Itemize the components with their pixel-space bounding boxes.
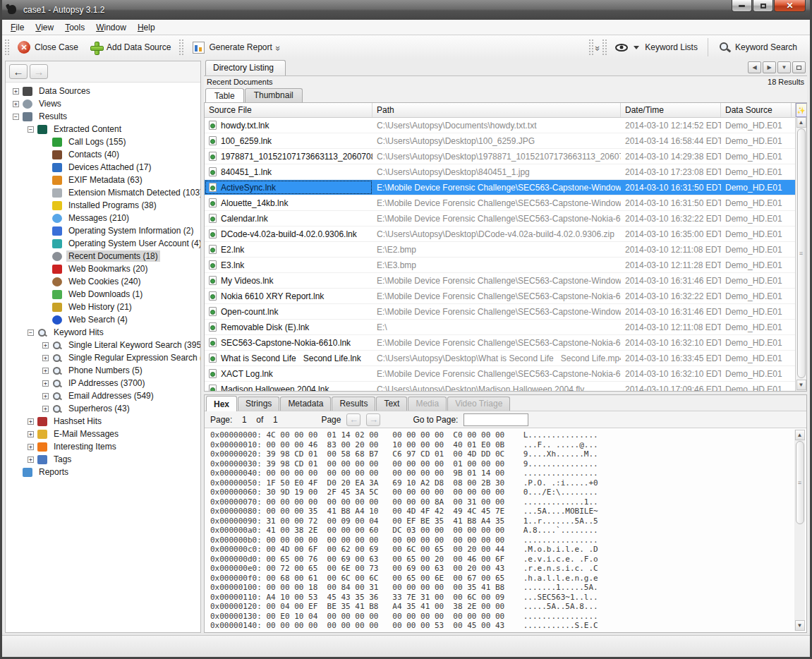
tree-item-data-sources[interactable]: +Data Sources (6, 85, 200, 97)
cell-datetime[interactable]: 2014-03-10 14:29:38 EDT (621, 149, 721, 164)
keyword-lists-button[interactable]: Keyword Lists (610, 38, 703, 56)
table-row[interactable]: My Videos.lnkE:\Mobile Device Forensic C… (205, 273, 806, 289)
tree-item-web-cookies[interactable]: Web Cookies (240) (6, 275, 200, 288)
cell-data-source[interactable]: Demo_HD.E01 (721, 149, 792, 164)
tree-item-web-search[interactable]: Web Search (4) (6, 313, 200, 326)
cell-datetime[interactable]: 2014-03-10 16:31:46 EDT (621, 273, 721, 288)
table-row[interactable]: Madison Halloween 2004.lnkC:\Users\Autop… (205, 382, 806, 391)
table-row[interactable]: Nokia 6610 XRY Report.lnkE:\Mobile Devic… (205, 289, 806, 304)
tree-item-hashset-hits[interactable]: +Hashset Hits (6, 415, 200, 428)
tree-item-views[interactable]: +Views (6, 97, 200, 110)
tree-item-keyword-hits[interactable]: −Keyword Hits (6, 326, 200, 339)
table-row[interactable]: E2.lnkE:\E2.bmp2014-03-10 12:11:08 EDTDe… (205, 242, 806, 258)
cell-path[interactable]: C:\Users\Autopsy\Documents\howdy.txt.txt (372, 118, 621, 133)
cell-datetime[interactable]: 2014-03-10 16:31:46 EDT (621, 304, 721, 319)
menu-view[interactable]: View (30, 21, 59, 34)
expand-icon[interactable]: + (42, 355, 49, 361)
expand-icon[interactable]: + (13, 88, 19, 95)
page-prev-icon[interactable]: ← (346, 413, 360, 426)
collapse-icon[interactable]: − (28, 126, 34, 133)
close-button[interactable]: ✕ (774, 0, 806, 12)
cell-path[interactable]: E:\Mobile Device Forensic Challenge\SEC5… (372, 335, 621, 350)
add-data-source-button[interactable]: Add Data Source (84, 38, 176, 56)
hex-scroll-thumb[interactable] (796, 441, 804, 524)
expand-icon[interactable]: + (42, 342, 49, 349)
table-row[interactable]: E3.lnkE:\E3.bmp2014-03-10 12:11:28 EDTDe… (205, 258, 806, 273)
cell-path[interactable]: C:\Users\Autopsy\Desktop\1978871_1015210… (372, 149, 621, 164)
table-row[interactable]: 100_6259.lnkC:\Users\Autopsy\Desktop\100… (205, 133, 806, 149)
cell-source-file[interactable]: Alouette_14kb.lnk (205, 195, 372, 210)
table-row[interactable]: SEC563-Capstone-Nokia-6610.lnkE:\Mobile … (205, 335, 806, 351)
cell-data-source[interactable]: Demo_HD.E01 (721, 289, 792, 303)
cell-source-file[interactable]: Removable Disk (E).lnk (205, 320, 372, 334)
table-row[interactable]: Removable Disk (E).lnkE:\2014-03-10 12:1… (205, 320, 806, 335)
tab-thumbnail[interactable]: Thumbnail (245, 88, 303, 102)
table-row[interactable]: XACT Log.lnkE:\Mobile Device Forensic Ch… (205, 366, 806, 382)
cell-data-source[interactable]: Demo_HD.E01 (721, 351, 792, 365)
page-next-icon[interactable]: → (366, 413, 380, 426)
cell-datetime[interactable]: 2014-03-10 12:14:52 EDT (621, 118, 721, 133)
cell-datetime[interactable]: 2014-03-14 16:58:44 EDT (621, 133, 721, 148)
hex-scroll-up-icon[interactable]: ▲ (795, 430, 805, 440)
cell-path[interactable]: E:\Mobile Device Forensic Challenge\SEC5… (372, 180, 621, 195)
toolbar-grip-3[interactable] (602, 40, 607, 55)
cell-data-source[interactable]: Demo_HD.E01 (721, 164, 792, 179)
cell-path[interactable]: C:\Users\Autopsy\Desktop\840451_1.jpg (372, 164, 621, 179)
cell-data-source[interactable]: Demo_HD.E01 (721, 258, 792, 272)
tab-results[interactable]: Results (332, 397, 375, 411)
table-row[interactable]: ActiveSync.lnkE:\Mobile Device Forensic … (205, 180, 806, 195)
cell-data-source[interactable]: Demo_HD.E01 (721, 133, 792, 148)
cell-datetime[interactable]: 2014-03-10 12:11:08 EDT (621, 320, 721, 334)
tree-item-extension-mismatch-detected[interactable]: Extension Mismatch Detected (103) (6, 186, 200, 199)
hex-scrollbar[interactable]: ▲ ▼ (794, 430, 805, 631)
column-header-data-source[interactable]: Data Source (721, 103, 792, 117)
menu-file[interactable]: File (5, 21, 30, 34)
table-scroll-down-icon[interactable]: ▼ (796, 380, 806, 390)
cell-datetime[interactable]: 2014-03-10 16:35:00 EDT (621, 226, 721, 241)
tree-item-web-downloads[interactable]: Web Downloads (1) (6, 288, 200, 301)
column-header-date-time[interactable]: Date/Time (621, 103, 721, 117)
tab-strings[interactable]: Strings (238, 397, 279, 411)
tab-directory-listing[interactable]: Directory Listing (205, 60, 286, 75)
tree-item-call-logs[interactable]: Call Logs (155) (6, 135, 200, 148)
table-scroll-up-icon[interactable]: ▲ (796, 117, 806, 128)
cell-data-source[interactable]: Demo_HD.E01 (721, 273, 792, 288)
cell-path[interactable]: C:\Users\Autopsy\Desktop\Madison Hallowe… (372, 382, 621, 391)
table-row[interactable]: 840451_1.lnkC:\Users\Autopsy\Desktop\840… (205, 164, 806, 180)
tree-item-operating-system-information[interactable]: Operating System Information (2) (6, 224, 200, 237)
cell-path[interactable]: E:\E3.bmp (372, 258, 621, 272)
table-row[interactable]: Alouette_14kb.lnkE:\Mobile Device Forens… (205, 195, 806, 211)
cell-source-file[interactable]: Madison Halloween 2004.lnk (205, 382, 372, 391)
expand-icon[interactable]: + (42, 393, 49, 399)
menu-window[interactable]: Window (90, 21, 132, 34)
tree-item-reports[interactable]: Reports (6, 466, 200, 478)
tree-item-recent-documents[interactable]: Recent Documents (18) (6, 250, 200, 262)
cell-datetime[interactable]: 2014-03-10 17:23:08 EDT (621, 164, 721, 179)
expand-icon[interactable]: + (42, 380, 49, 387)
tree-item-web-bookmarks[interactable]: Web Bookmarks (20) (6, 262, 200, 275)
cell-datetime[interactable]: 2014-03-10 12:11:08 EDT (621, 242, 721, 257)
tree-item-web-history[interactable]: Web History (21) (6, 301, 200, 313)
expand-icon[interactable]: + (42, 406, 49, 412)
cell-source-file[interactable]: ActiveSync.lnk (205, 180, 372, 195)
tree-item-superheros[interactable]: +Superheros (43) (6, 402, 200, 415)
tree-item-ip-addresses[interactable]: +IP Addresses (3700) (6, 377, 200, 389)
column-settings-wand-icon[interactable]: ✨ (796, 103, 807, 117)
hex-scroll-down-icon[interactable]: ▼ (795, 620, 805, 631)
tree-item-extracted-content[interactable]: −Extracted Content (6, 123, 200, 135)
cell-path[interactable]: E:\Mobile Device Forensic Challenge\SEC5… (372, 195, 621, 210)
column-header-source-file[interactable]: Source File (205, 103, 372, 117)
table-row[interactable]: 1978871_10152107173663113_2060708596_C:\… (205, 149, 806, 164)
tree-item-messages[interactable]: Messages (210) (6, 212, 200, 224)
tree-item-single-regular-expression-search[interactable]: +Single Regular Expression Search (0) (6, 351, 200, 364)
expand-icon[interactable]: + (42, 368, 49, 374)
expand-icon[interactable]: + (13, 101, 19, 107)
cell-path[interactable]: E:\E2.bmp (372, 242, 621, 257)
tab-text[interactable]: Text (376, 397, 407, 411)
cell-source-file[interactable]: My Videos.lnk (205, 273, 372, 288)
toolbar-grip-2[interactable] (179, 40, 183, 55)
cell-datetime[interactable]: 2014-03-10 16:31:50 EDT (621, 180, 721, 195)
cell-datetime[interactable]: 2014-03-10 16:32:10 EDT (621, 335, 721, 350)
cell-data-source[interactable]: Demo_HD.E01 (721, 211, 792, 226)
cell-data-source[interactable]: Demo_HD.E01 (721, 195, 792, 210)
